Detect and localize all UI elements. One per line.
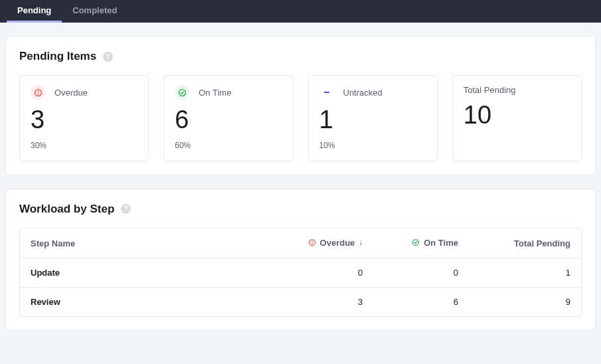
stat-sub: 10%	[319, 141, 426, 150]
cell-overdue: 3	[290, 288, 374, 317]
cell-ontime: 0	[373, 258, 469, 288]
stat-card-ontime: On Time 6 60%	[163, 75, 293, 161]
minus-icon	[319, 85, 334, 100]
help-icon[interactable]: ?	[103, 52, 113, 62]
svg-point-2	[38, 94, 39, 94]
stat-value: 6	[175, 106, 282, 134]
cell-total: 1	[469, 258, 581, 288]
stat-label: Untracked	[343, 88, 383, 98]
svg-point-7	[311, 244, 312, 244]
cell-step: Review	[20, 288, 290, 317]
stat-card-total: Total Pending 10	[452, 75, 582, 161]
tab-completed[interactable]: Completed	[62, 0, 128, 23]
cell-total: 9	[469, 288, 581, 317]
workload-card: Workload by Step ? Step Name	[5, 189, 596, 331]
cell-overdue: 0	[290, 258, 374, 288]
arrow-down-icon: ↓	[359, 238, 363, 247]
workload-table: Step Name	[20, 228, 581, 317]
pending-items-title: Pending Items	[19, 50, 96, 63]
alert-circle-icon	[31, 85, 45, 100]
check-circle-icon	[412, 238, 420, 246]
col-step-name[interactable]: Step Name	[20, 228, 290, 258]
stat-value: 3	[31, 106, 137, 134]
stat-card-overdue: Overdue 3 30%	[19, 75, 149, 161]
workload-header: Workload by Step ?	[19, 203, 582, 216]
pending-items-card: Pending Items ? Overdue 3 30%	[5, 36, 596, 175]
stat-sub: 30%	[31, 141, 137, 150]
stat-card-untracked: Untracked 1 10%	[308, 75, 438, 161]
stat-label: On Time	[199, 88, 231, 98]
stat-label: Total Pending	[464, 85, 516, 95]
stat-value: 1	[319, 106, 426, 134]
stat-sub: 60%	[175, 141, 282, 150]
alert-circle-icon	[308, 238, 316, 246]
tab-pending[interactable]: Pending	[7, 0, 62, 23]
table-row: Review 3 6 9	[20, 288, 581, 317]
tabs: Pending Completed	[0, 0, 601, 23]
stat-label: Overdue	[54, 88, 88, 98]
col-total[interactable]: Total Pending	[469, 228, 581, 258]
cell-ontime: 6	[373, 288, 469, 317]
pending-items-header: Pending Items ?	[19, 50, 582, 63]
col-overdue[interactable]: Overdue ↓	[290, 228, 374, 258]
check-circle-icon	[175, 85, 189, 100]
main-content: Pending Items ? Overdue 3 30%	[0, 23, 601, 336]
stats-row: Overdue 3 30% On Time 6 60%	[19, 75, 582, 161]
help-icon[interactable]: ?	[121, 204, 131, 214]
cell-step: Update	[20, 258, 290, 288]
col-ontime[interactable]: On Time	[373, 228, 469, 258]
workload-title: Workload by Step	[19, 203, 114, 216]
workload-table-wrap: Step Name	[19, 228, 582, 318]
table-row: Update 0 0 1	[20, 258, 581, 288]
stat-value: 10	[464, 102, 570, 130]
